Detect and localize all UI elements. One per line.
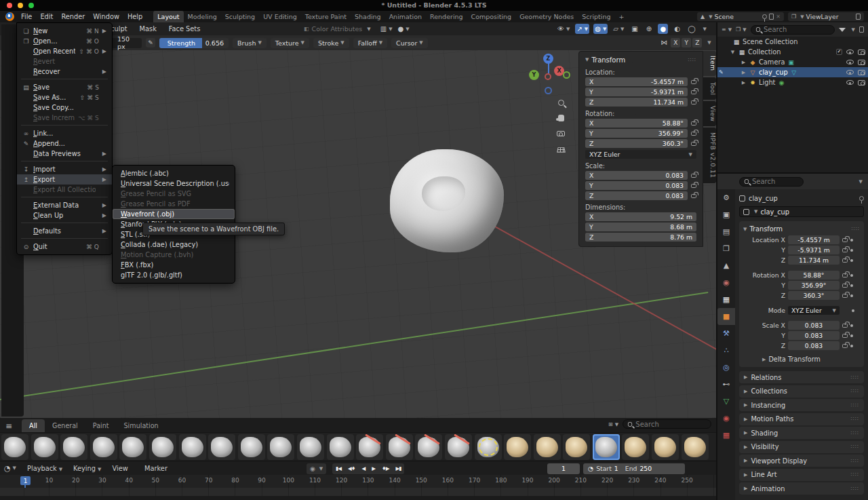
number-field[interactable]: 11.734 m [788,256,840,265]
hide-in-viewport-icon[interactable] [846,70,854,75]
file-menu-item[interactable]: Save As... ⇧ ⌘ S ▶ [17,92,112,102]
brush-thumbnail[interactable] [208,434,235,460]
outliner-item-label[interactable]: Scene Collection [743,38,797,45]
expand-arrow-icon[interactable]: ▶ [741,70,747,75]
number-field[interactable]: Y-5.9371 m [585,88,688,96]
gizmo-toggle[interactable]: ↗▼ [575,24,589,34]
brush-radius-field[interactable]: 150 px [112,38,142,48]
lock-icon[interactable] [842,238,848,242]
brush-thumbnail[interactable] [415,434,442,460]
file-menu-item[interactable]: Revert ▶ [17,56,112,66]
xray-toggle[interactable]: ▱▼ [612,24,625,34]
brush-thumbnail[interactable] [563,434,590,460]
workspace-tab[interactable]: Scripting [578,11,614,22]
perspective-toggle-button[interactable] [555,143,567,155]
timeline-menu[interactable]: Keying▼ [68,465,106,472]
file-menu-item[interactable]: Save Incremental ⌥ ⌘ S ▶ [17,113,112,123]
file-menu-item[interactable]: Data Previews ▶ [17,149,112,159]
new-collection-icon[interactable] [859,26,864,33]
brush-thumbnail[interactable] [445,434,472,460]
file-menu-item[interactable]: ∞ Link... ▶ [17,128,112,138]
properties-tab[interactable]: ◎ [717,359,735,376]
brush-thumbnail[interactable] [504,434,531,460]
lock-icon[interactable] [691,100,696,104]
disable-in-render-icon[interactable] [858,50,865,55]
editor-type-button[interactable]: ◔▼ [4,464,16,473]
export-menu-item[interactable]: Motion Capture (.bvh) [113,250,235,260]
workspace-tab[interactable]: Shading [351,11,385,22]
strength-slider[interactable]: Strength 0.656 [159,38,229,48]
asset-shelf-tab[interactable]: All [22,419,45,432]
mirror-axis-button[interactable]: X [671,38,680,47]
lock-icon[interactable] [842,334,848,338]
shading-solid-button[interactable]: ● [658,24,668,34]
pin-icon[interactable] [859,196,864,201]
export-menu-item[interactable]: Grease Pencil as SVG [113,189,235,199]
gizmo-minus-z-axis[interactable] [545,87,552,94]
export-menu-item[interactable]: Alembic (.abc) [113,168,235,178]
brush-thumbnail[interactable] [119,434,146,460]
animate-dot-icon[interactable] [850,239,853,242]
rotation-mode-dropdown[interactable]: XYZ Euler▼ [585,150,696,159]
outliner-item-label[interactable]: clay_cup [759,69,788,76]
hide-in-viewport-icon[interactable] [846,80,854,85]
sculpt-object-clay-cup[interactable] [390,149,504,252]
export-menu-item[interactable]: FBX (.fbx) [113,260,235,270]
properties-tab[interactable]: ▣ [717,206,735,223]
file-menu-item[interactable]: ❏ New ⌘ N ▶ [17,26,112,36]
drag-handle-icon[interactable]: ∷∷ [852,226,860,232]
number-field[interactable]: Z0.083 [585,191,688,200]
scene-selector[interactable]: ▲ ▼ Scene ✕ [697,12,784,21]
file-menu-item[interactable]: ▤ Save ⌘ S ▶ [17,82,112,92]
workspace-tab[interactable]: UV Editing [259,11,301,22]
disable-in-render-icon[interactable] [858,70,865,75]
file-menu-item[interactable]: ⊙ Quit ⌘ Q ▶ [17,242,112,252]
disable-in-render-icon[interactable] [858,60,865,65]
asset-shelf-tab[interactable]: Simulation [117,419,166,432]
render-passes-icon[interactable]: ▣ [629,24,639,34]
number-field[interactable]: 0.083 [788,321,840,330]
file-menu-item[interactable]: Recover ▶ [17,66,112,77]
animate-dot-icon[interactable] [850,294,853,297]
animate-dot-icon[interactable] [850,284,853,287]
lock-icon[interactable] [842,284,848,288]
filter-id-icon[interactable]: ❐▼ [736,26,747,33]
chevron-down-icon[interactable]: ▼ [852,27,855,33]
number-field[interactable]: 0.083 [788,341,840,350]
properties-tab[interactable]: ∴ [717,342,735,359]
file-menu-item[interactable]: Clean Up ▶ [17,210,112,220]
properties-tab[interactable]: ⚒ [717,325,735,342]
menubar-menu[interactable]: Window [89,11,123,22]
transport-button[interactable]: ◀♦ [344,465,359,472]
file-menu-item[interactable]: Defaults ▶ [17,226,112,236]
brush-thumbnail[interactable] [60,434,87,460]
outliner-item-label[interactable]: Light [759,79,775,86]
close-window-button[interactable] [7,3,12,8]
brush-thumbnail[interactable] [297,434,324,460]
grid-view-icon[interactable]: ⊞▼ [608,421,618,427]
brush-thumbnail[interactable] [327,434,354,460]
pressure-radius-icon[interactable]: ✎ [146,38,155,47]
menubar-menu[interactable]: Edit [36,11,57,22]
filter-icon[interactable] [839,28,846,32]
export-menu-item[interactable]: Collada (.dae) (Legacy) [113,239,235,250]
expand-arrow-icon[interactable]: ▶ [741,60,747,65]
drag-handle-icon[interactable]: ∷∷ [688,57,696,63]
number-field[interactable]: Y356.99° [585,129,688,138]
start-frame-field[interactable]: 1 [614,465,618,472]
lock-icon[interactable] [842,324,848,328]
workspace-tab[interactable]: Modeling [184,11,221,22]
timeline-menu[interactable]: Playback▼ [22,465,68,472]
number-field[interactable]: 0.083 [788,331,840,340]
breadcrumb-object[interactable]: clay_cup [749,195,778,202]
menubar-menu[interactable]: File [17,11,36,22]
shading-rendered-button[interactable]: ◯ [686,24,696,34]
file-menu-item[interactable]: ↥ Export ▶ [17,174,112,185]
outliner-item-label[interactable]: Collection [748,48,781,56]
brush-thumbnail[interactable] [534,434,561,460]
properties-tab[interactable]: ⊷ [717,376,735,393]
file-menu-item[interactable]: Export All Collections ▶ [17,185,112,195]
expand-arrow-icon[interactable]: ▶ [741,80,747,85]
animate-dot-icon[interactable] [850,274,853,277]
properties-tab[interactable]: ⚙ [717,189,735,206]
